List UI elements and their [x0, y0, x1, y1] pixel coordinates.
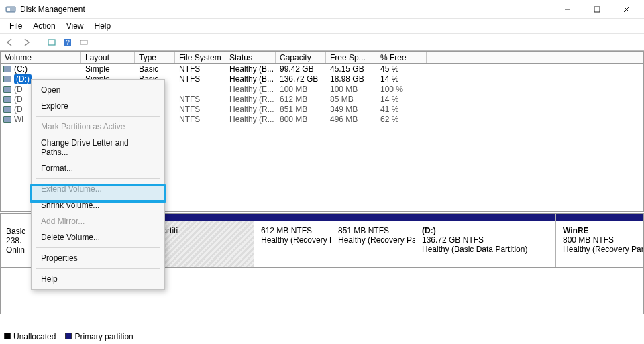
partition[interactable]: WinRE800 MB NTFSHealthy (Recovery Parti [556, 214, 643, 267]
disk-icon [3, 76, 11, 82]
cm-explore[interactable]: Explore [33, 98, 163, 114]
volume-table-header: Volume Layout Type File System Status Ca… [0, 51, 644, 64]
swatch-primary [65, 333, 72, 339]
window-title: Disk Management [20, 5, 553, 14]
menu-file[interactable]: File [4, 19, 28, 33]
disk-icon [3, 96, 11, 103]
legend: Unallocated Primary partition [4, 332, 133, 341]
cm-help[interactable]: Help [33, 271, 163, 287]
svg-rect-3 [594, 7, 600, 12]
cm-delete[interactable]: Delete Volume... [33, 229, 163, 245]
partition[interactable]: 612 MB NTFSHealthy (Recovery Par [254, 214, 331, 267]
cm-mark-active: Mark Partition as Active [33, 119, 163, 135]
disk-icon [3, 66, 11, 72]
col-pctfree[interactable]: % Free [376, 52, 427, 63]
swatch-unallocated [4, 333, 11, 339]
context-menu: Open Explore Mark Partition as Active Ch… [31, 79, 165, 290]
col-freespace[interactable]: Free Sp... [326, 52, 376, 63]
minimize-button[interactable] [553, 0, 582, 19]
refresh-button[interactable] [44, 35, 59, 50]
menu-help[interactable]: Help [89, 19, 117, 33]
close-button[interactable] [612, 0, 641, 19]
col-type[interactable]: Type [135, 52, 175, 63]
disk-icon [3, 86, 11, 93]
col-layout[interactable]: Layout [81, 52, 135, 63]
maximize-button[interactable] [582, 0, 612, 19]
cm-properties[interactable]: Properties [33, 250, 163, 266]
col-capacity[interactable]: Capacity [276, 52, 326, 63]
partition[interactable]: (D:)136.72 GB NTFSHealthy (Basic Data Pa… [415, 214, 556, 267]
settings-button[interactable] [76, 35, 91, 50]
col-volume[interactable]: Volume [1, 52, 81, 63]
partition[interactable]: 851 MB NTFSHealthy (Recovery Parti [331, 214, 415, 267]
cm-change-letter[interactable]: Change Drive Letter and Paths... [33, 135, 163, 160]
menu-bar: File Action View Help [0, 19, 644, 34]
forward-button[interactable] [19, 35, 34, 50]
toolbar: ? [0, 34, 644, 51]
back-button[interactable] [3, 35, 17, 50]
volume-row[interactable]: (C:) Simple Basic NTFS Healthy (B... 99.… [1, 64, 643, 74]
disk-icon [3, 106, 11, 113]
cm-format[interactable]: Format... [33, 160, 163, 176]
col-filesystem[interactable]: File System [175, 52, 225, 63]
cm-extend: Extend Volume... [33, 181, 163, 197]
cm-add-mirror: Add Mirror... [33, 213, 163, 229]
title-bar: Disk Management [0, 0, 644, 19]
disk-icon [3, 116, 11, 123]
svg-rect-9 [80, 40, 87, 44]
help-button[interactable]: ? [60, 35, 75, 50]
col-status[interactable]: Status [225, 52, 276, 63]
app-icon [5, 4, 16, 15]
menu-action[interactable]: Action [28, 19, 60, 33]
menu-view[interactable]: View [61, 19, 89, 33]
svg-rect-6 [48, 40, 55, 45]
cm-shrink[interactable]: Shrink Volume... [33, 197, 163, 213]
cm-open[interactable]: Open [33, 82, 163, 98]
svg-text:?: ? [66, 39, 70, 46]
svg-rect-1 [7, 8, 10, 11]
